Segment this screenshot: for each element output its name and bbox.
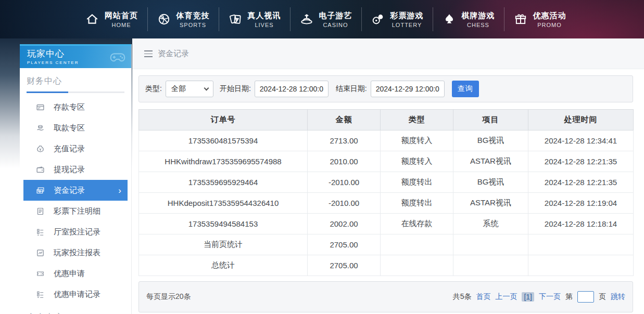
sidebar-item-label: 厅室投注记录 (54, 227, 100, 237)
cell-amount: 2010.00 (308, 151, 381, 172)
next-page-link[interactable]: 下一页 (539, 292, 561, 302)
page-prefix-label: 第 (565, 292, 573, 302)
table-row: HHKdeposit1735359544326410 -2010.00 额度转出… (139, 193, 634, 214)
cell-amount: 2705.00 (308, 255, 381, 276)
cell-project: BG视讯 (453, 130, 528, 151)
table-row: 1735359695929464 -2010.00 额度转出 BG视讯 2024… (139, 172, 634, 193)
nav-label-en: HOME (105, 22, 138, 28)
hall-bet-icon (36, 228, 45, 237)
table-row: 1735359494584153 2002.00 在线存款 系统 2024-12… (139, 214, 634, 234)
table-header-cell: 类型 (381, 110, 453, 130)
casino-icon (300, 12, 313, 26)
cell-process-time (528, 255, 634, 276)
per-page-label: 每页显示20条 (146, 292, 191, 302)
lottery-detail-icon (36, 207, 45, 216)
cell-project: BG视讯 (453, 172, 528, 193)
nav-item-sports[interactable]: 体育竞技 SPORTS (147, 7, 219, 31)
page-suffix-label: 页 (599, 292, 606, 302)
page-number-input[interactable] (577, 291, 594, 303)
sidebar-item-lottery-bet-details[interactable]: 彩票下注明细 › (23, 201, 128, 221)
gift-icon (514, 12, 527, 26)
cell-process-time: 2024-12-28 12:34:41 (528, 130, 634, 151)
cell-order-number: HHKwithdraw1735359695574988 (139, 151, 308, 172)
sidebar-item-promo-app-records[interactable]: 优惠申请记录 › (23, 284, 128, 305)
table-row: 当前页统计 2705.00 (139, 234, 634, 255)
recharge-icon (36, 145, 45, 153)
funds-icon (36, 186, 45, 195)
table-row: 1735360481575394 2713.00 额度转入 BG视讯 2024-… (139, 130, 634, 151)
nav-item-casino[interactable]: 电子游艺 CASINO (290, 7, 361, 31)
table-header-row: 订单号 金额 类型 项目 处理时间 (139, 110, 634, 130)
sidebar-item-label: 充值记录 (54, 144, 85, 154)
nav-label-zh: 体育竞技 (176, 11, 210, 21)
type-select[interactable]: 全部 (166, 81, 213, 97)
current-page-indicator: [1] (522, 292, 534, 302)
cell-process-time: 2024-12-28 12:18:14 (528, 214, 634, 234)
menu-icon[interactable] (144, 50, 153, 57)
cell-order-number: HHKdeposit1735359544326410 (139, 193, 308, 214)
search-button[interactable]: 查询 (452, 81, 479, 97)
first-page-link[interactable]: 首页 (476, 292, 490, 302)
nav-label-en: CHESS (462, 22, 495, 28)
table-header-cell: 项目 (453, 110, 528, 130)
sidebar-item-promo-application[interactable]: 优惠申请 › (23, 263, 128, 284)
cell-type: 额度转入 (381, 151, 453, 172)
cell-amount: 2713.00 (308, 130, 381, 151)
cell-amount: 2002.00 (308, 214, 381, 234)
pagination-bar: 每页显示20条 共5条 首页 上一页 [1] 下一页 第 页 跳转 (138, 281, 633, 312)
cell-amount: -2010.00 (308, 172, 381, 193)
nav-item-lives[interactable]: 真人视讯 LIVES (219, 7, 290, 31)
table-row: 总统计 2705.00 (139, 255, 634, 276)
sidebar-item-hall-bet-records[interactable]: 厅室投注记录 › (23, 221, 128, 242)
cell-process-time: 2024-12-28 12:21:35 (528, 151, 634, 172)
type-select-value: 全部 (171, 84, 186, 94)
nav-label-en: SPORTS (176, 22, 210, 28)
home-icon (85, 12, 99, 26)
total-count-label: 共5条 (453, 292, 472, 302)
cards-icon (229, 12, 242, 26)
end-date-input[interactable] (371, 81, 445, 97)
start-date-label: 开始日期: (220, 84, 251, 94)
jump-link[interactable]: 跳转 (611, 292, 625, 302)
table-row: HHKwithdraw1735359695574988 2010.00 额度转入… (139, 151, 634, 172)
cell-order-number: 1735359494584153 (139, 214, 308, 234)
breadcrumb: 资金记录 (132, 38, 644, 69)
nav-label-zh: 棋牌游戏 (462, 11, 495, 21)
nav-item-chess[interactable]: 棋牌游戏 CHESS (433, 7, 504, 31)
sports-icon (157, 12, 171, 26)
lottery-icon (371, 12, 385, 26)
sidebar-item-deposit-zone[interactable]: 存款专区 › (23, 97, 128, 117)
sidebar-item-withdraw-zone[interactable]: 取款专区 › (23, 117, 128, 138)
nav-item-lottery[interactable]: 彩票游戏 LOTTERY (361, 7, 433, 31)
end-date-label: 结束日期: (336, 84, 367, 94)
cell-order-number: 总统计 (139, 255, 308, 276)
sidebar-item-withdrawal-records[interactable]: 提现记录 › (23, 159, 128, 180)
sidebar-item-funds-records[interactable]: 资金记录 › (23, 180, 128, 201)
cell-process-time (528, 234, 634, 255)
cell-project: ASTAR视讯 (453, 151, 528, 172)
table-header-cell: 处理时间 (528, 110, 634, 130)
sidebar-item-player-bet-report[interactable]: 玩家投注报表 › (23, 242, 128, 263)
nav-list: 网站首页 HOME 体育竞技 SPORTS 真人视讯 LIVES (76, 0, 644, 38)
nav-label-zh: 电子游艺 (319, 11, 352, 21)
promo-record-icon (36, 290, 45, 299)
promo-apply-icon (36, 269, 45, 278)
cell-amount: 2705.00 (308, 234, 381, 255)
table-header-cell: 金额 (308, 110, 381, 130)
nav-label-en: LOTTERY (390, 22, 424, 28)
start-date-input[interactable] (255, 81, 329, 97)
cell-project: ASTAR视讯 (453, 193, 528, 214)
cashout-icon (36, 165, 45, 174)
prev-page-link[interactable]: 上一页 (495, 292, 517, 302)
nav-item-promo[interactable]: 优惠活动 PROMO (504, 7, 575, 31)
nav-label-en: CASINO (319, 22, 352, 28)
cell-project: 系统 (453, 214, 528, 234)
sidebar-item-label: 玩家投注报表 (54, 248, 100, 258)
funds-table: 订单号 金额 类型 项目 处理时间 1735360481575394 2713.… (138, 109, 634, 276)
cell-type: 额度转入 (381, 130, 453, 151)
cell-order-number: 1735360481575394 (139, 130, 308, 151)
deposit-icon (36, 103, 45, 112)
nav-item-home[interactable]: 网站首页 HOME (76, 7, 147, 31)
main-content: 资金记录 类型: 全部 开始日期: 结束日期: 查询 订单号 金额 类型 项目 (132, 38, 644, 314)
sidebar-item-recharge-records[interactable]: 充值记录 › (23, 138, 128, 159)
